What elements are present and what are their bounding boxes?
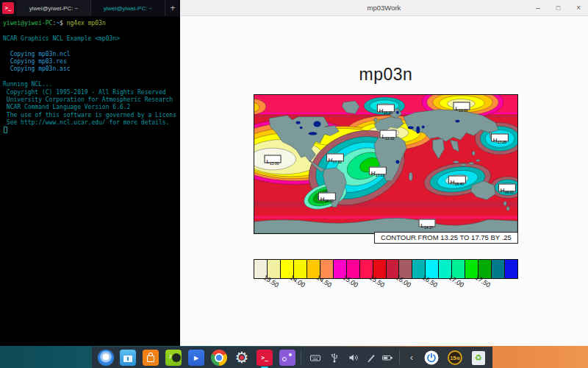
volume-icon[interactable]: [348, 352, 359, 364]
file-manager-icon[interactable]: [120, 350, 136, 366]
terminal-logo-glyph: >_: [5, 5, 11, 11]
dock-separator: [399, 350, 400, 364]
control-center-icon[interactable]: ⚙: [234, 350, 250, 366]
colorbar-cell: [505, 260, 517, 278]
dock-separator: [301, 350, 301, 364]
terminal-logo-icon: >_: [2, 2, 14, 14]
contour-extreme-label: L13.66: [453, 102, 470, 110]
video-player-icon[interactable]: ▶: [188, 350, 204, 366]
terminal-window: >_ yiwei@yiwei-PC: ~ yiwei@yiwei-PC: ~ +…: [0, 0, 180, 346]
terminal-line: The use of this software is governed by …: [3, 112, 180, 119]
new-tab-button[interactable]: +: [165, 0, 180, 16]
terminal-line: Copying mp03n.asc: [3, 66, 180, 73]
colorbar-cell: [492, 260, 505, 278]
collapse-chevron-icon[interactable]: ‹: [406, 350, 417, 366]
contour-extreme-label: L14.37: [419, 219, 436, 227]
keyboard-icon[interactable]: [309, 352, 321, 364]
terminal-tab-bar: >_ yiwei@yiwei-PC: ~ yiwei@yiwei-PC: ~ +: [0, 0, 180, 16]
tab-label: yiwei@yiwei-PC: ~: [104, 5, 153, 12]
terminal-line: NCAR Graphics NCL Example <mp03n>: [3, 35, 180, 43]
prompt-user: yiwei@yiwei-PC: [3, 20, 52, 26]
terminal-prompt-line: yiwei@yiwei-PC:~$ ng4ex mp03n: [3, 20, 180, 27]
contour-extreme-label: H17.32: [326, 154, 344, 162]
window-title: mp03Work: [180, 4, 588, 12]
battery-icon[interactable]: [381, 352, 393, 364]
app-store-icon[interactable]: [143, 350, 159, 366]
contour-info-box: CONTOUR FROM 13.25 TO 17.75 BY .25: [374, 232, 518, 244]
chrome-browser-icon[interactable]: [211, 350, 227, 366]
terminal-line: See http://www.ncl.ucar.edu/ for more de…: [3, 119, 180, 127]
terminal-cursor: [4, 127, 7, 133]
dock: ♪ ▶ ⚙ >_: [92, 347, 492, 368]
world-contour-map: H16.20 L13.66 L13.32 H17.25 L13.00 H17.3…: [254, 94, 518, 234]
contour-map-graphic: [254, 95, 517, 233]
window-title-bar[interactable]: mp03Work – □ ×: [180, 0, 588, 16]
contour-extreme-label: L13.00: [265, 155, 282, 163]
terminal-line: NCAR Command Language Version 6.6.2: [3, 104, 180, 111]
contour-extreme-label: L13.32: [380, 130, 397, 138]
terminal-app-icon[interactable]: >_: [257, 350, 273, 366]
terminal-tab-2[interactable]: yiwei@yiwei-PC: ~: [91, 0, 165, 16]
pen-icon[interactable]: [365, 352, 377, 364]
window-controls: – □ ×: [536, 0, 581, 16]
close-button[interactable]: ×: [576, 0, 581, 16]
terminal-tab-1[interactable]: yiwei@yiwei-PC: ~: [17, 0, 91, 16]
terminal-line: Copying mp03n.ncl: [3, 51, 180, 58]
colorbar-tick-labels: 13.50 14.00 14.50 15.00 15.50 16.00 16.5…: [254, 281, 518, 296]
contour-extreme-label: H18.00: [318, 193, 336, 201]
contour-extreme-label: H16.20: [377, 105, 395, 113]
contour-extreme-label: H17.25: [491, 134, 509, 142]
document-viewer-icon[interactable]: [279, 350, 295, 366]
terminal-output-area[interactable]: yiwei@yiwei-PC:~$ ng4ex mp03n NCAR Graph…: [0, 16, 180, 346]
minimize-button[interactable]: –: [536, 0, 540, 16]
maximize-button[interactable]: □: [556, 0, 560, 16]
launcher-icon[interactable]: [98, 350, 114, 366]
terminal-line: Running NCL...: [3, 81, 180, 88]
clock-widget[interactable]: 1548: [448, 350, 462, 365]
contour-extreme-label: H16.31: [498, 184, 516, 192]
shutdown-button[interactable]: [424, 350, 439, 365]
trash-icon[interactable]: ♻: [472, 351, 485, 365]
usb-icon[interactable]: [329, 352, 340, 364]
music-player-icon[interactable]: ♪: [165, 350, 182, 366]
contour-extreme-label: H17.13: [369, 167, 387, 175]
typed-command: ng4ex mp03n: [67, 20, 106, 26]
contour-extreme-label: H16.40: [448, 176, 466, 184]
plot-title: mp03n: [254, 65, 518, 85]
graphics-window: mp03Work – □ × mp03n: [180, 0, 588, 346]
desktop: >_ yiwei@yiwei-PC: ~ yiwei@yiwei-PC: ~ +…: [0, 0, 588, 368]
tab-label: yiwei@yiwei-PC: ~: [29, 5, 79, 12]
terminal-line: Copying mp03.res: [3, 58, 180, 66]
terminal-line: University Corporation for Atmospheric R…: [3, 96, 180, 104]
terminal-line: Copyright (C) 1995-2019 - All Rights Res…: [3, 89, 180, 96]
